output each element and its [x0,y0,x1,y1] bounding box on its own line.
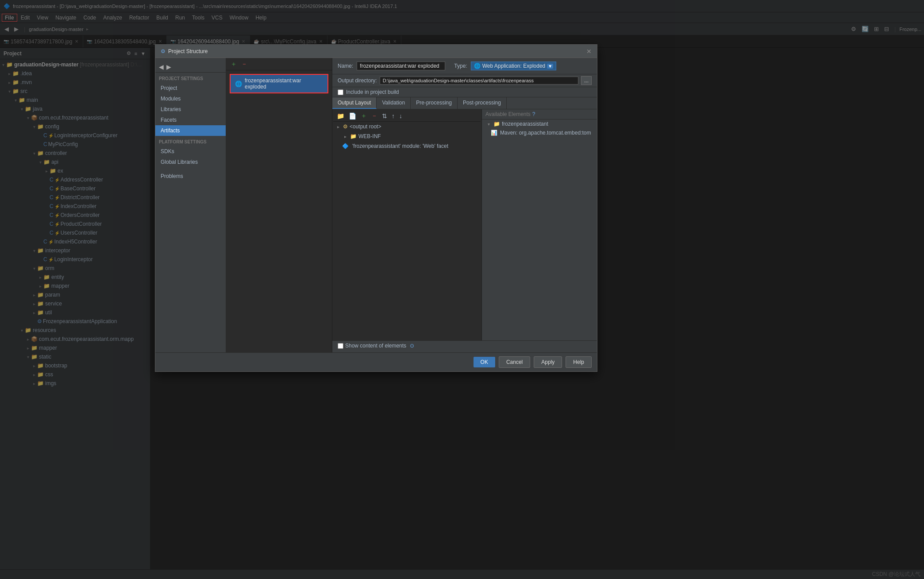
artifact-item-war-exploded[interactable]: 🌐 frozenpearassistant:war exploded [230,74,328,93]
dialog-nav: ◀ ▶ Project Settings Project Modules Lib… [155,58,226,352]
show-content-label: Show content of elements [345,343,406,349]
dialog-nav-project-settings-label: Project Settings [155,74,226,83]
show-content-help-icon[interactable]: ⊙ [410,343,414,349]
right-tabs: Output Layout Validation Pre-processing … [332,97,597,109]
dialog-close-btn[interactable]: ✕ [586,48,592,55]
output-root-label: <output root> [350,124,381,130]
available-panel: Available Elements ? ▾ 📁 frozenpearassis… [482,109,597,340]
output-toolbar-remove[interactable]: － [370,111,379,121]
remove-artifact-btn[interactable]: － [239,59,249,69]
browse-btn[interactable]: ... [581,76,592,85]
output-toolbar-icon2[interactable]: 📄 [347,112,358,120]
cancel-btn[interactable]: Cancel [499,356,530,368]
output-toolbar-down[interactable]: ↓ [397,112,404,120]
show-content-checkbox[interactable] [338,343,343,349]
help-btn[interactable]: Help [566,356,592,368]
dialog-titlebar: ⚙ Project Structure ✕ [155,45,597,58]
dialog-body: ◀ ▶ Project Settings Project Modules Lib… [155,58,597,352]
dialog-nav-sdks[interactable]: SDKs [155,146,226,157]
dialog-nav-platform-settings-label: Platform Settings [155,138,226,146]
project-structure-dialog: ⚙ Project Structure ✕ ◀ ▶ Project Settin… [155,44,597,372]
dialog-bottom: Show content of elements ⊙ [332,340,597,352]
dialog-middle-toolbar: ＋ － [226,58,332,70]
dialog-overlay: ⚙ Project Structure ✕ ◀ ▶ Project Settin… [0,0,924,579]
dialog-nav-problems[interactable]: Problems [155,171,226,181]
available-root-icon: 📁 [493,121,500,127]
webinf-label: WEB-INF [358,133,381,139]
dialog-nav-modules[interactable]: Modules [155,93,226,104]
output-tree-panel: 📁 📄 ＋ － ⇅ ↑ ↓ ▸ ⚙ <output root> [332,109,482,340]
type-select-container: 🌐 Web Application: Exploded ▼ [471,62,556,70]
include-checkbox[interactable] [338,89,343,95]
show-content-row: Show content of elements ⊙ [338,343,592,349]
artifact-name: frozenpearassistant:war exploded [245,77,323,90]
dialog-forward-arrow[interactable]: ▶ [166,63,171,70]
output-toolbar-up[interactable]: ↑ [390,112,397,120]
available-maven-icon: 📊 [491,130,497,136]
dialog-nav-global-libraries[interactable]: Global Libraries [155,157,226,167]
type-dropdown-btn[interactable]: ▼ [547,64,553,69]
tab-validation[interactable]: Validation [377,97,411,109]
dialog-right-panel: Name: Type: 🌐 Web Application: Exploded … [332,58,597,352]
dialog-back-arrow[interactable]: ◀ [159,63,164,70]
dialog-nav-libraries[interactable]: Libraries [155,104,226,115]
output-dir-row: Output directory: ... [332,74,597,87]
available-maven-item[interactable]: 📊 Maven: org.apache.tomcat.embed:tom [482,128,597,137]
dialog-nav-project[interactable]: Project [155,83,226,93]
name-input[interactable] [357,62,445,70]
tab-output-layout[interactable]: Output Layout [332,97,377,109]
webinf-icon: 📁 [350,133,357,139]
available-help-icon[interactable]: ? [532,111,535,117]
available-maven-label: Maven: org.apache.tomcat.embed:tom [500,130,591,136]
dialog-nav-artifacts[interactable]: Artifacts [155,125,226,136]
output-toolbar-add[interactable]: ＋ [359,111,369,121]
output-toolbar-sort[interactable]: ⇅ [380,112,389,120]
artifacts-list: 🌐 frozenpearassistant:war exploded [226,70,332,97]
output-tree-toolbar: 📁 📄 ＋ － ⇅ ↑ ↓ [333,110,481,122]
output-layout-area: 📁 📄 ＋ － ⇅ ↑ ↓ ▸ ⚙ <output root> [332,109,597,340]
type-label: Type: [454,63,467,69]
output-root-item[interactable]: ▸ ⚙ <output root> [333,122,481,131]
apply-btn[interactable]: Apply [534,356,562,368]
module-facet-label: 'frozenpearassistant' module: 'Web' face… [352,143,448,149]
output-dir-input[interactable] [380,77,578,85]
dialog-nav-facets[interactable]: Facets [155,115,226,125]
dialog-actions: OK Cancel Apply Help [155,352,597,371]
output-toolbar-icon1[interactable]: 📁 [335,112,346,120]
available-root-item[interactable]: ▾ 📁 frozenpearassistant [482,120,597,128]
add-artifact-btn[interactable]: ＋ [229,59,239,69]
type-icon: 🌐 [474,63,481,69]
available-root-label: frozenpearassistant [502,121,548,127]
available-elements-label: Available Elements [485,111,531,117]
name-label: Name: [338,63,353,69]
output-root-icon: ⚙ [343,124,348,130]
dialog-right-header: Name: Type: 🌐 Web Application: Exploded … [332,58,597,74]
include-label: Include in project build [346,89,399,95]
dialog-icon: ⚙ [161,48,166,54]
output-webinf-item[interactable]: ▸ 📁 WEB-INF [333,131,481,141]
include-row: Include in project build [332,87,597,97]
ok-btn[interactable]: OK [474,357,495,367]
tab-post-processing[interactable]: Post-processing [458,97,507,109]
dialog-title: Project Structure [168,48,208,54]
output-dir-label: Output directory: [338,77,377,84]
output-module-facet-item[interactable]: 🔷 'frozenpearassistant' module: 'Web' fa… [333,141,481,151]
available-header: Available Elements ? [482,109,597,120]
dialog-middle-panel: ＋ － 🌐 frozenpearassistant:war exploded [226,58,332,352]
dialog-nav-arrows: ◀ ▶ [155,62,226,73]
tab-pre-processing[interactable]: Pre-processing [411,97,458,109]
artifact-war-icon: 🌐 [235,81,242,87]
type-value: Web Application: Exploded [482,63,546,69]
module-facet-icon: 🔷 [342,143,349,149]
